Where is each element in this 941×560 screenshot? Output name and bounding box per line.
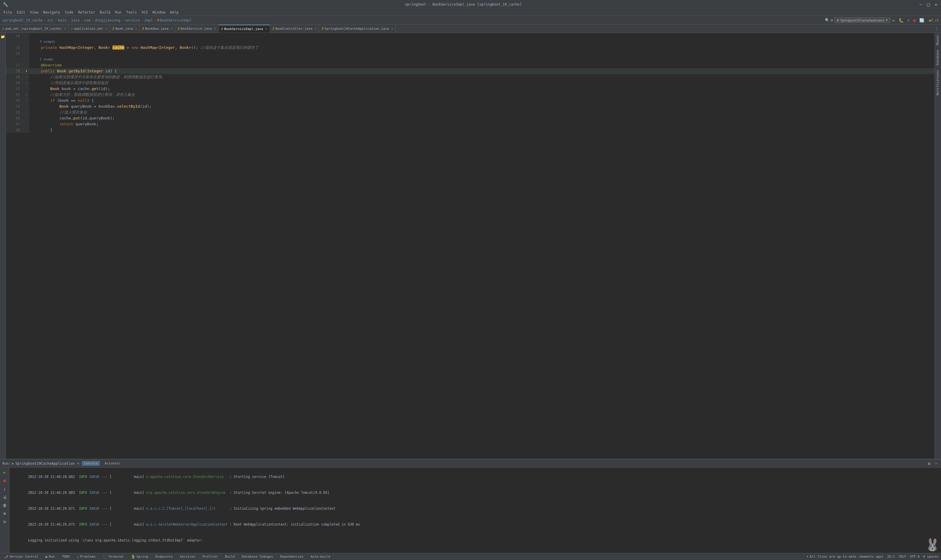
status-problems[interactable]: ⚠ Problems [75, 555, 97, 559]
status-run[interactable]: ▶ Run [44, 555, 57, 559]
code-line-33: 33 ○ if (book == null) { [6, 98, 935, 103]
actuator-tab[interactable]: Actuator [102, 461, 123, 466]
build-label: Build [225, 555, 235, 558]
spring-label: Spring [137, 555, 148, 558]
console-tab[interactable]: Console [82, 461, 100, 466]
run-left-buttons: ▶ ■ ↓ 🖨 🗑 ⊞ ⊟ [0, 468, 9, 553]
dependencies-label: Dependencies [280, 555, 303, 558]
maximize-button[interactable]: □ [926, 2, 930, 6]
cursor-position: 28:1 [887, 555, 895, 558]
log-line-2: 2022-10-20 21:46:29.803 INFO 18916 --- [… [12, 485, 909, 501]
breadcrumb-service[interactable]: service [125, 18, 140, 22]
stop-button[interactable]: ■ [912, 17, 916, 23]
tab-pom-xml[interactable]: x pom.xml (springboot_19_cache) × [0, 25, 69, 33]
run-button[interactable]: ▶ [892, 17, 896, 23]
code-line-38: 38 } [6, 127, 935, 133]
menu-vcs[interactable]: VCS [139, 10, 150, 15]
decoration-area: 🐰 [912, 468, 941, 553]
log-line-6: 2022-10-20 21:46:29.940 INFO 18916 --- [… [12, 548, 909, 553]
fold-all-button[interactable]: ⊞ [1, 510, 8, 517]
rerun-button[interactable]: ▶ [1, 469, 8, 476]
indent-size[interactable]: 4 spaces [923, 555, 939, 558]
log-line-3: 2022-10-20 21:46:29.871 INFO 18916 --- [… [12, 501, 909, 517]
debug-button[interactable]: 🐛 [898, 17, 905, 23]
restore-layout-button[interactable]: ⊟ [1, 518, 8, 525]
status-profiler[interactable]: Profiler [201, 555, 220, 558]
tab-book-java[interactable]: J Book.java × [110, 25, 140, 33]
scroll-end-button[interactable]: ↓ [1, 485, 8, 492]
charset[interactable]: UTF-8 [910, 555, 919, 558]
toolbar-settings-icon[interactable]: ⚙ [831, 18, 833, 22]
status-spring[interactable]: 🍃 Spring [129, 555, 150, 559]
tab-bookservice-java[interactable]: J BookService.java × [175, 25, 219, 33]
code-line-29: 29 ○ //如果当前缓存中没有本次要查询的数据，则调用数据层进行查询, [6, 74, 935, 80]
tab-bookcontroller-java[interactable]: J BookController.java × [270, 25, 319, 33]
status-dependencies[interactable]: Dependencies [278, 555, 305, 558]
clear-console-button[interactable]: 🗑 [1, 502, 8, 509]
menu-code[interactable]: Code [63, 10, 76, 15]
breadcrumb-src[interactable]: src [47, 18, 54, 22]
maven-panel-label[interactable]: Maven [935, 33, 941, 47]
coverage-button[interactable]: ⚡ [906, 17, 911, 23]
run-status-icon: ▶ [46, 555, 48, 559]
menu-build[interactable]: Build [97, 10, 113, 15]
breadcrumb-java[interactable]: java [71, 18, 80, 22]
spring-icon: 🍃 [131, 555, 135, 559]
status-db-changes[interactable]: Database Changes [240, 555, 275, 558]
status-todo[interactable]: TODO [60, 555, 71, 558]
breadcrumb-main[interactable]: main [58, 18, 66, 22]
code-editor[interactable]: 24 3 usages 25 private HashMap<Integer, … [6, 33, 935, 459]
status-build[interactable]: Build [223, 555, 237, 558]
menu-file[interactable]: File [1, 10, 14, 15]
run-tab-close[interactable]: × [77, 462, 79, 466]
menu-window[interactable]: Window [150, 10, 168, 15]
database-panel-label[interactable]: Database [935, 47, 941, 68]
menu-navigate[interactable]: Navigate [41, 10, 63, 15]
status-auto-build[interactable]: Auto-build [309, 555, 332, 558]
menu-run[interactable]: Run [113, 10, 124, 15]
menu-edit[interactable]: Edit [14, 10, 28, 15]
code-line-usage-1: 3 usages [6, 39, 935, 45]
code-line-27: 27 @Override [6, 62, 935, 68]
print-button[interactable]: 🖨 [1, 494, 8, 501]
run-config-name: Springboot19CacheApplication [840, 18, 885, 22]
breadcrumb-project[interactable]: springboot_19_cache [2, 18, 43, 22]
console-output[interactable]: 2022-10-20 21:46:29.802 INFO 18916 --- [… [9, 468, 912, 553]
git-status: ⬆ All files are up-to-date (moments ago) [807, 555, 884, 558]
sync-button[interactable]: 🔄 [918, 17, 926, 23]
run-config-selector[interactable]: ▶ Springboot19CacheApplication ▾ [834, 17, 890, 23]
db-changes-label: Database Changes [242, 555, 273, 558]
tab-springboot-main-java[interactable]: J Springboot19CacheApplication.java × [319, 25, 395, 33]
code-line-25: 25 private HashMap<Integer, Book> cache … [6, 45, 935, 51]
tab-bookdao-java[interactable]: J BookDao.java × [140, 25, 175, 33]
menu-view[interactable]: View [28, 10, 41, 15]
notifications-panel-label[interactable]: Notifications [935, 68, 941, 98]
tab-overflow-button[interactable]: ⋮ [932, 26, 941, 31]
run-label-text: Run: [2, 462, 11, 466]
status-vcs[interactable]: ⎇ Version Control [2, 555, 40, 559]
breadcrumb-class[interactable]: BookServiceImpl [160, 18, 191, 22]
breadcrumb-impl[interactable]: impl [144, 18, 152, 22]
decoration-emoji: 🐰 [925, 538, 940, 552]
breadcrumb-com[interactable]: com [84, 18, 91, 22]
warnings-badge[interactable]: ▲2 △1 [929, 18, 939, 22]
stop-run-button[interactable]: ■ [1, 477, 8, 484]
toolbar-search-icon[interactable]: 🔍 [825, 18, 830, 22]
menu-refactor[interactable]: Refactor [75, 10, 97, 15]
status-terminal[interactable]: ⬛ Terminal [101, 555, 126, 559]
breadcrumb-pkg[interactable]: dingjiaxiong [95, 18, 121, 22]
menu-help[interactable]: Help [168, 10, 181, 15]
menu-tools[interactable]: Tools [124, 10, 139, 15]
line-ending[interactable]: CRLF [898, 555, 906, 558]
tab-application-yml[interactable]: y application.yml × [69, 25, 110, 33]
minimize-panel-icon[interactable]: − [934, 461, 939, 466]
minimize-button[interactable]: − [919, 2, 923, 6]
status-endpoints[interactable]: Endpoints [154, 555, 175, 558]
project-icon[interactable]: 📁 [0, 34, 6, 39]
status-services[interactable]: Services [178, 555, 197, 558]
run-config-icon: ▶ [837, 18, 839, 22]
tab-bookserviceimpl-java[interactable]: J BookServiceImpl.java × [219, 25, 270, 33]
settings-icon[interactable]: ⚙ [927, 461, 931, 466]
todo-label: TODO [62, 555, 70, 558]
close-button[interactable]: × [934, 2, 938, 6]
